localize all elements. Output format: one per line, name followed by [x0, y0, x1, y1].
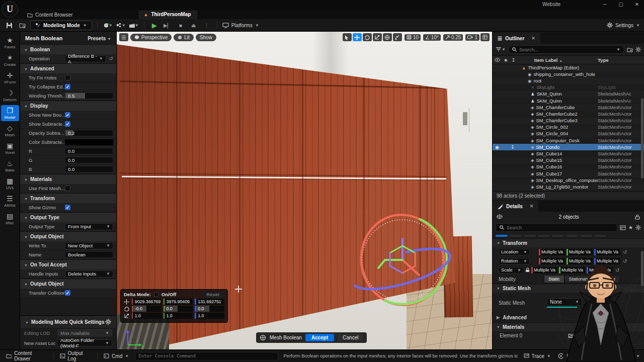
outliner-row[interactable]: ◉ ↧ ◉ root [493, 77, 644, 84]
outliner-row[interactable]: ◉ ↧ ◈ SM_ChamferCube2 StaticMeshActor [493, 111, 644, 117]
close-button[interactable]: ✕ [630, 1, 644, 9]
display-filter-icon[interactable] [620, 225, 626, 230]
rail-item[interactable]: ▤ Misc [1, 211, 19, 227]
try-collapse-checkbox[interactable]: ✓ [65, 84, 70, 89]
cinematics-icon[interactable]: ▼ [129, 21, 139, 30]
eye-icon[interactable]: ◉ [495, 145, 499, 150]
details-tab[interactable]: Details ✕ [493, 201, 538, 212]
delta-reset-button[interactable]: Reset [201, 291, 224, 298]
details-filter-tab[interactable] [580, 235, 592, 237]
details-scrollbar[interactable] [641, 251, 643, 286]
outliner-row[interactable]: ◉ ↧ ◈ SM_Lg_27gl850_monitor StaticMeshAc… [493, 184, 644, 190]
outliner-search-input[interactable] [519, 47, 614, 52]
add-actor-icon[interactable]: ▼ [103, 21, 113, 30]
scale-dropdown[interactable]: Scale▼ [499, 267, 524, 274]
outliner-row[interactable]: ◉ ↧ ◈ SM_ChamferCube3 StaticMeshActor [493, 118, 644, 124]
outliner-search[interactable]: ▼ [508, 45, 624, 54]
eject-button[interactable]: ⏏ [189, 21, 199, 30]
perspective-dropdown[interactable]: Perspective [130, 34, 172, 41]
viewport-menu-icon[interactable]: ☰ [119, 33, 128, 41]
lock-icon[interactable] [635, 214, 640, 220]
section-output-object[interactable]: ▼Output Object [20, 231, 116, 241]
maximize-button[interactable]: ▢ [614, 1, 628, 9]
revision-control-icon[interactable] [558, 353, 564, 359]
rail-item[interactable]: ▦ UVs [1, 175, 19, 192]
trace-dropdown[interactable]: Trace▼ [521, 352, 554, 360]
rotation-y[interactable]: Multiple Va [567, 258, 593, 264]
rail-item[interactable]: ☽ Deform [1, 87, 19, 104]
advanced-expander[interactable]: ▶Advanced [493, 313, 644, 322]
outliner-column-header[interactable]: ★ ↧ Item Label ▲ Type [493, 55, 644, 64]
menu-item[interactable] [71, 4, 80, 6]
details-settings-icon[interactable] [635, 225, 641, 230]
color-swatch[interactable] [65, 139, 113, 145]
statusbar-expand-chevron[interactable]: ▼ [636, 354, 640, 358]
details-filter-tab[interactable] [566, 235, 578, 237]
maximize-viewport-icon[interactable] [480, 33, 490, 41]
content-browser-icon[interactable] [17, 21, 27, 30]
content-drawer-button[interactable]: Content Drawer [3, 349, 50, 362]
delta-move-x[interactable]: 9029.366769 [132, 299, 162, 305]
outliner-row[interactable]: ◉ ↧ ◈ SM_Computer_Desk StaticMeshActor [493, 137, 644, 144]
scale-snap-group[interactable]: 0.25 [443, 34, 463, 41]
stop-button[interactable]: ■ [176, 21, 186, 30]
reset-icon[interactable]: ↺ [623, 249, 627, 255]
outliner-row[interactable]: ◉ ↧ ◈ SM_Office_Chair_Black StaticMeshAc… [493, 191, 644, 191]
outliner-row[interactable]: ◉ ↧ ◈ SM_Cube16 StaticMeshActor [493, 164, 644, 170]
mobility-static[interactable]: Static [544, 275, 565, 283]
show-subtracted-checkbox[interactable]: ✓ [65, 121, 70, 127]
outliner-row[interactable]: ◉ ↧ ▲ ThirdPersonMap (Editor) [493, 64, 644, 71]
menu-item[interactable] [31, 4, 40, 6]
section-advanced[interactable]: ▼Advanced [20, 63, 116, 73]
derived-data-dropdown[interactable]: Derived Data▼ [577, 349, 622, 362]
menu-item[interactable] [41, 4, 50, 6]
static-mesh-dropdown[interactable]: None▼ [547, 298, 582, 306]
location-dropdown[interactable]: Location▼ [499, 249, 530, 255]
outliner-row[interactable]: ◉ ↧ ◈ SM_Circle_004 StaticMeshActor [493, 131, 644, 137]
angle-snap-group[interactable]: ∠10° [423, 34, 441, 41]
outliner-row[interactable]: ◉ ↧ ◈ SM_Desktop_office_computer StaticM… [493, 177, 644, 184]
delta-scale-z[interactable]: 1.0 [195, 313, 224, 319]
delta-onoff-checkbox[interactable] [154, 292, 158, 297]
delta-move-z[interactable]: 131.692751 [195, 299, 224, 305]
element0-link[interactable]: Displa [568, 333, 581, 338]
handle-inputs-dropdown[interactable]: Delete Inputs▼ [65, 270, 113, 278]
rotation-x[interactable]: Multiple Va [539, 258, 565, 264]
rail-item[interactable]: ☰ Attribs [1, 193, 19, 209]
section-materials[interactable]: ▼Materials [20, 174, 116, 184]
scale-x[interactable]: Multiple Va [531, 267, 557, 274]
details-filter-tab[interactable] [510, 235, 522, 237]
section-output-type[interactable]: ▼Output Type [20, 212, 116, 222]
move-tool-icon[interactable] [353, 33, 362, 41]
3d-viewport[interactable]: ☰ Perspective Lit Show 10 ∠10° [117, 32, 492, 349]
section-display[interactable]: ▼Display [20, 101, 116, 111]
section-static-mesh[interactable]: ▼Static Mesh [493, 284, 644, 293]
select-tool-icon[interactable] [343, 33, 352, 41]
details-filter-tab[interactable] [524, 235, 536, 237]
winding-slider[interactable]: 0.5 [65, 93, 113, 99]
transfer-collision-checkbox[interactable]: ✓ [65, 290, 70, 296]
rotation-z[interactable]: Multiple Va [594, 258, 620, 264]
visibility-column-icon[interactable] [495, 58, 500, 62]
menu-item[interactable] [92, 4, 101, 6]
outliner-row[interactable]: ◉ ↧ ◈ SM_Cube17 StaticMeshActor [493, 170, 644, 177]
scale-z[interactable]: Multiple Va [587, 267, 613, 274]
surface-snap-icon[interactable] [393, 33, 402, 41]
opacity-field[interactable]: 0.2 [65, 130, 113, 136]
rotation-dropdown[interactable]: Rotation▼ [499, 258, 530, 264]
rail-item[interactable]: ♨ Bake [1, 158, 19, 174]
filter-icon[interactable]: ▼ [496, 47, 506, 52]
editing-lod-dropdown[interactable]: Max Available▼ [57, 329, 112, 336]
section-materials[interactable]: ▼Materials [493, 322, 644, 331]
import-queue-icon[interactable] [626, 353, 632, 359]
r-field[interactable]: 0.0 [65, 148, 113, 154]
rail-item[interactable]: ★ Faves [1, 35, 19, 51]
menu-item[interactable] [61, 4, 70, 6]
menu-item[interactable] [82, 4, 91, 6]
output-log-button[interactable]: Output Log [57, 349, 94, 362]
g-field[interactable]: 0.0 [65, 157, 113, 163]
rail-item[interactable]: ◇ Mesh [1, 123, 19, 139]
name-field[interactable]: Boolean [65, 251, 113, 258]
write-to-dropdown[interactable]: New Object▼ [65, 242, 113, 249]
scale-y[interactable]: Multiple Va [559, 267, 585, 274]
